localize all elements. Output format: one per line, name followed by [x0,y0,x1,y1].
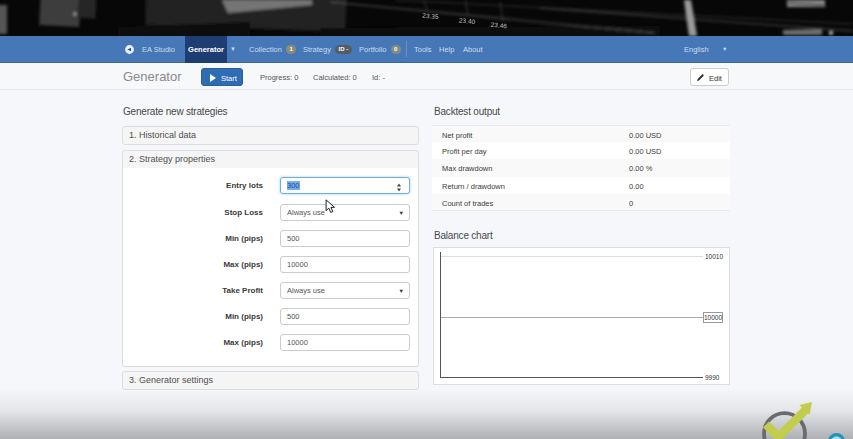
svg-text:23.40: 23.40 [459,16,476,25]
svg-text:23.35: 23.35 [422,12,439,21]
